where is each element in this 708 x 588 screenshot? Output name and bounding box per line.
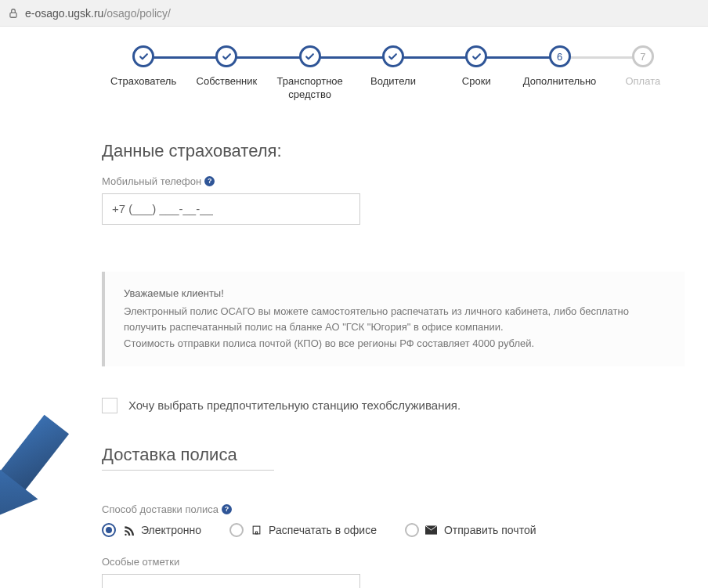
step-label: Оплата <box>625 75 660 88</box>
option-label: Отправить почтой <box>444 524 536 536</box>
url-host: e-osago.ugsk.ru <box>25 7 103 20</box>
progress-stepper: СтраховательСобственникТранспортное сред… <box>102 27 685 125</box>
delivery-option-office[interactable]: Распечатать в офисе <box>229 523 377 537</box>
check-icon <box>132 45 154 67</box>
envelope-icon <box>425 525 438 535</box>
info-title: Уважаемые клиенты! <box>124 286 666 302</box>
checkbox-label: Хочу выбрать предпочтительную станцию те… <box>128 399 461 412</box>
step-4[interactable]: Водители <box>352 45 435 88</box>
step-label: Сроки <box>462 75 491 88</box>
delivery-options: Электронно Распечатать в офисе Отправить… <box>102 523 685 537</box>
info-line: Стоимость отправки полиса почтой (КПО) в… <box>124 336 666 352</box>
rss-icon <box>122 525 135 536</box>
svg-rect-1 <box>253 526 260 534</box>
delivery-option-mail[interactable]: Отправить почтой <box>405 523 536 537</box>
step-label: Дополнительно <box>523 75 597 88</box>
notes-input[interactable] <box>102 574 360 588</box>
delivery-option-electronic[interactable]: Электронно <box>102 523 201 537</box>
delivery-heading: Доставка полиса <box>102 445 274 471</box>
help-icon[interactable]: ? <box>222 504 232 514</box>
phone-input[interactable] <box>102 193 360 225</box>
step-label: Страхователь <box>110 75 176 88</box>
delivery-method-label: Способ доставки полиса ? <box>102 503 685 515</box>
option-label: Электронно <box>141 524 201 536</box>
lock-icon <box>8 8 19 19</box>
address-bar[interactable]: e-osago.ugsk.ru/osago/policy/ <box>0 0 708 27</box>
url-path: /osago/policy/ <box>103 7 171 20</box>
step-5[interactable]: Сроки <box>435 45 518 88</box>
step-number: 6 <box>549 45 571 67</box>
step-label: Транспортное средство <box>269 75 352 102</box>
step-3[interactable]: Транспортное средство <box>269 45 352 102</box>
step-1[interactable]: Страхователь <box>102 45 185 88</box>
step-label: Собственник <box>197 75 258 88</box>
help-icon[interactable]: ? <box>204 176 215 186</box>
radio-icon[interactable] <box>405 523 419 537</box>
check-icon <box>382 45 404 67</box>
check-icon <box>299 45 321 67</box>
check-icon <box>465 45 487 67</box>
insurer-heading: Данные страхователя: <box>102 141 685 161</box>
radio-icon[interactable] <box>229 523 244 537</box>
step-number: 7 <box>632 45 654 67</box>
check-icon <box>215 45 237 67</box>
radio-icon[interactable] <box>102 523 116 537</box>
step-2[interactable]: Собственник <box>185 45 268 88</box>
service-station-checkbox-row[interactable]: Хочу выбрать предпочтительную станцию те… <box>102 398 685 413</box>
notes-label: Особые отметки <box>102 556 685 568</box>
step-label: Водители <box>370 75 416 88</box>
step-6[interactable]: 6Дополнительно <box>518 45 601 88</box>
info-box: Уважаемые клиенты! Электронный полис ОСА… <box>102 272 685 366</box>
phone-label: Мобильный телефон ? <box>102 175 685 187</box>
annotation-arrow-icon <box>0 402 86 551</box>
svg-rect-0 <box>10 13 16 17</box>
step-7[interactable]: 7Оплата <box>601 45 685 88</box>
checkbox-icon[interactable] <box>102 398 117 413</box>
building-icon <box>250 525 262 536</box>
info-line: Электронный полис ОСАГО вы можете самост… <box>124 304 666 337</box>
svg-rect-6 <box>255 532 257 534</box>
option-label: Распечатать в офисе <box>269 524 377 536</box>
